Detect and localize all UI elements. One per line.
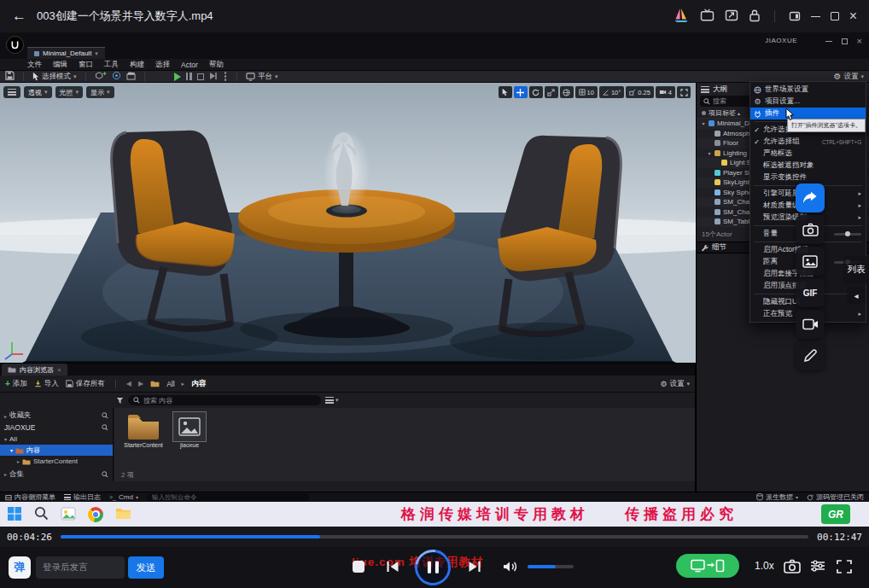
asset-tile-jiaoxue[interactable]: jiaoxue: [169, 411, 210, 448]
content-drawer-button[interactable]: 内容侧滑菜单: [5, 492, 55, 502]
danmaku-toggle[interactable]: 弹: [9, 556, 31, 579]
play-icon[interactable]: [174, 73, 181, 81]
menu-select[interactable]: 选择: [155, 60, 170, 70]
platforms-dropdown[interactable]: 平台 ▾: [246, 72, 278, 82]
content-browser-tab[interactable]: 内容浏览器 ×: [2, 364, 67, 376]
chrome-icon[interactable]: [88, 507, 103, 522]
menu-window[interactable]: 窗口: [79, 60, 93, 70]
tree-item-all[interactable]: ▾ All: [0, 434, 113, 445]
maximize-button[interactable]: [831, 12, 839, 20]
taskbar-search-icon[interactable]: [34, 506, 49, 522]
stop-button[interactable]: [350, 558, 367, 577]
viewport-menu-icon[interactable]: [3, 86, 20, 98]
outliner-menu-icon[interactable]: [701, 86, 709, 93]
volume-icon[interactable]: [502, 559, 519, 576]
back-button[interactable]: ←: [12, 8, 26, 25]
menu-edit[interactable]: 编辑: [53, 60, 67, 70]
cb-settings-button[interactable]: ⚙ 设置 ▾: [660, 379, 690, 389]
menu-item-show-transform-widget[interactable]: 显示变换控件: [750, 172, 866, 183]
tree-item-startercontent[interactable]: ▸ StarterContent: [0, 456, 113, 467]
viewport-show-dropdown[interactable]: 显示▾: [86, 86, 114, 98]
save-all-button[interactable]: 保存所有: [66, 379, 105, 389]
select-tool-icon[interactable]: [499, 86, 512, 98]
camera-capture-button[interactable]: [796, 215, 825, 244]
menu-item-box-select-occluded[interactable]: 框选被遮挡对象: [750, 160, 866, 172]
viewport-perspective-dropdown[interactable]: 透视▾: [24, 86, 52, 98]
cb-search-input[interactable]: 搜索 内容: [128, 395, 321, 405]
output-log-button[interactable]: 输出日志: [64, 492, 101, 502]
fullscreen-button[interactable]: [837, 560, 852, 575]
photos-icon[interactable]: [61, 506, 76, 523]
menu-item-project-settings[interactable]: ⚙项目设置...: [750, 96, 866, 108]
grid-snap-badge[interactable]: 10: [575, 86, 598, 98]
kebab-menu-icon[interactable]: [225, 75, 227, 78]
close-tab-icon[interactable]: ×: [57, 366, 61, 374]
camera-speed-badge[interactable]: 4: [656, 86, 675, 98]
cmd-dropdown[interactable]: >_ Cmd ▾: [109, 493, 138, 501]
seek-bar[interactable]: [61, 535, 808, 539]
menu-item-strict-box-selection[interactable]: 严格框选: [750, 148, 866, 160]
add-actor-icon[interactable]: [95, 71, 107, 82]
search-icon[interactable]: [102, 412, 108, 419]
import-button[interactable]: 导入: [34, 379, 59, 389]
derived-data-button[interactable]: 派生数据 ▾: [756, 492, 798, 502]
menu-item-world-settings[interactable]: 世界场景设置: [750, 84, 866, 96]
player-logo-icon[interactable]: [673, 8, 690, 25]
settings-dropdown-button[interactable]: ⚙ 设置 ▾: [834, 72, 864, 82]
project-section[interactable]: JIAOXUE: [0, 422, 113, 434]
mini-mode-icon[interactable]: [789, 10, 801, 22]
previous-button[interactable]: [385, 560, 400, 575]
world-space-icon[interactable]: [560, 86, 574, 98]
skip-icon[interactable]: [209, 72, 218, 82]
favorites-section[interactable]: ▸ 收藏夹: [0, 410, 113, 422]
save-icon[interactable]: [5, 71, 15, 82]
share-capture-button[interactable]: [796, 183, 825, 212]
gif-capture-button[interactable]: GIF: [796, 278, 825, 307]
source-control-button[interactable]: 源码管理已关闭: [807, 492, 864, 502]
menu-actor[interactable]: Actor: [181, 61, 198, 69]
ue-close-button[interactable]: ×: [857, 36, 862, 46]
scale-snap-badge[interactable]: 0.25: [626, 86, 654, 98]
danmaku-input[interactable]: 登录后发言: [36, 556, 125, 579]
ue-level-tab[interactable]: Minimal_Default ▾: [27, 47, 105, 59]
search-icon[interactable]: [102, 424, 108, 431]
rotation-snap-badge[interactable]: 10°: [599, 86, 624, 98]
send-button[interactable]: 发送: [128, 556, 164, 579]
lock-icon[interactable]: [749, 9, 761, 24]
rotate-tool-icon[interactable]: [529, 86, 543, 98]
audio-settings-button[interactable]: [809, 559, 826, 574]
menu-item-plugins[interactable]: 插件: [750, 108, 866, 119]
nav-back-icon[interactable]: ◀: [126, 380, 131, 387]
search-icon[interactable]: [102, 471, 108, 478]
pause-icon[interactable]: [186, 73, 192, 80]
viewport-lit-dropdown[interactable]: 光照▾: [55, 86, 84, 98]
next-button[interactable]: [467, 560, 482, 575]
menu-item-allow-group-selection[interactable]: ✓允许选择组CTRL+SHIFT+G: [750, 136, 866, 148]
blueprints-icon[interactable]: [112, 71, 121, 82]
minimize-button[interactable]: [811, 16, 820, 17]
level-tab-menu-icon[interactable]: ▾: [95, 50, 98, 57]
file-explorer-icon[interactable]: [115, 507, 131, 522]
speed-button[interactable]: 1.0x: [755, 560, 774, 572]
annotate-capture-button[interactable]: [796, 341, 825, 370]
tree-item-content[interactable]: ▾ 内容: [0, 445, 113, 456]
volume-slider[interactable]: [528, 565, 574, 568]
viewport[interactable]: 透视▾ 光照▾ 显示▾ 10 10° 0.25 4: [0, 83, 696, 363]
playlist-collapse-button[interactable]: ◂: [847, 287, 866, 304]
screenshot-button[interactable]: [784, 559, 801, 575]
console-input[interactable]: 输入控制台命令: [147, 493, 309, 501]
volume-slider[interactable]: [834, 233, 861, 236]
maximize-viewport-icon[interactable]: [677, 86, 691, 98]
screen-cast-button[interactable]: [676, 554, 739, 578]
menu-build[interactable]: 构建: [130, 60, 144, 70]
cinematics-icon[interactable]: [126, 71, 136, 82]
nav-forward-icon[interactable]: ▶: [138, 380, 143, 387]
playlist-tab[interactable]: 列表: [843, 256, 869, 283]
record-capture-button[interactable]: [796, 310, 825, 339]
screen-transfer-icon[interactable]: [725, 9, 738, 24]
ue-minimize-button[interactable]: [825, 41, 832, 42]
menu-tools[interactable]: 工具: [104, 60, 119, 70]
add-button[interactable]: +添加: [5, 379, 27, 389]
menu-help[interactable]: 帮助: [209, 60, 224, 70]
screenshot-capture-button[interactable]: [796, 247, 825, 276]
